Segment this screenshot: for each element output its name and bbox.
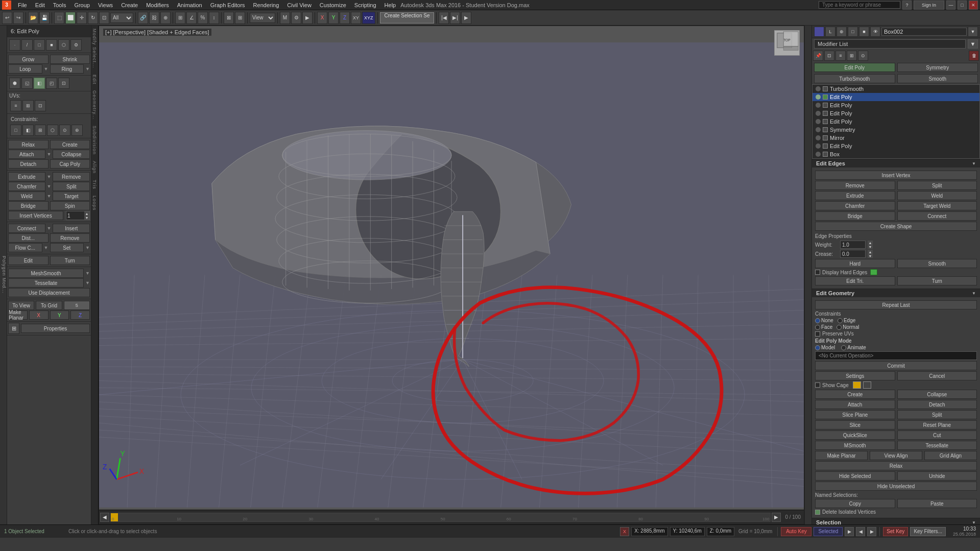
unlink-button[interactable]: ⛓	[149, 12, 159, 24]
tessellate-expand[interactable]: ▼	[85, 280, 90, 285]
object-color-icon[interactable]	[814, 27, 824, 37]
view-select[interactable]: View	[250, 13, 275, 23]
face-radio-btn[interactable]	[815, 325, 820, 330]
bind-button[interactable]: ⊕	[160, 12, 171, 24]
to-grid-button[interactable]: To Grid	[36, 301, 62, 310]
collapse-button[interactable]: Collapse	[53, 150, 90, 159]
render-setup[interactable]: ⚙	[291, 12, 301, 24]
shrink-button[interactable]: Shrink	[50, 55, 90, 64]
chamfer-button[interactable]: Chamfer	[8, 182, 45, 191]
save-button[interactable]: 💾	[39, 12, 50, 24]
xyz-y-btn[interactable]: Y	[50, 310, 69, 320]
rp-extrude-button[interactable]: Extrude	[815, 191, 895, 200]
target-button[interactable]: Target	[53, 191, 90, 201]
set-expand[interactable]: ▼	[85, 245, 90, 250]
insert-vertices-button[interactable]: Insert Vertices	[8, 211, 63, 220]
rp-bridge-button[interactable]: Bridge	[815, 211, 895, 221]
selection-header[interactable]: Selection ▼	[812, 518, 980, 524]
menu-modifiers[interactable]: Modifiers	[142, 2, 173, 9]
set-button[interactable]: Set	[50, 243, 84, 252]
attach-button[interactable]: Attach	[8, 150, 45, 159]
edit-tri-button[interactable]: Edit Tri.	[815, 276, 895, 285]
c2-icon[interactable]: ◧	[22, 125, 34, 136]
to-grid-5[interactable]: 5	[64, 301, 90, 310]
relax-button[interactable]: Relax	[8, 140, 49, 149]
create-selection-button[interactable]: Create Selection Se	[380, 12, 435, 23]
rp-turn-button[interactable]: Turn	[897, 276, 977, 285]
hard-edges-color-swatch[interactable]	[870, 269, 877, 275]
smooth-button[interactable]: Smooth	[897, 74, 978, 83]
ring-button[interactable]: Ring	[50, 64, 84, 74]
delete-modifier-icon[interactable]: 🗑	[969, 51, 979, 61]
object-expand-icon[interactable]: ▼	[968, 27, 978, 37]
preserve-uvs-checkbox[interactable]	[815, 331, 820, 337]
menu-help[interactable]: Help	[381, 2, 400, 9]
insert-vertex-button[interactable]: Insert Vertex	[815, 171, 977, 180]
viewport-cube-display[interactable]: TOP	[774, 30, 800, 56]
modifier-list-expand[interactable]: ▼	[968, 39, 978, 49]
subdivision-strip[interactable]: Subdivision	[91, 123, 98, 158]
none-radio[interactable]: None	[815, 318, 833, 323]
rp-target-weld-button[interactable]: Target Weld	[897, 201, 977, 210]
edit-poly-button[interactable]: Edit Poly	[814, 63, 895, 72]
object-props-icon[interactable]: ⊕	[836, 27, 847, 37]
rp-cancel-button[interactable]: Cancel	[897, 371, 977, 380]
mod-editpoly-active[interactable]: Edit Poly	[812, 93, 979, 101]
rp-split2-button[interactable]: Split	[897, 410, 977, 419]
create-button[interactable]: Create	[50, 140, 90, 149]
xyz-z[interactable]: Z	[340, 12, 350, 24]
spin-button[interactable]: Spin	[50, 201, 90, 210]
set-key-button[interactable]: Set Key	[883, 527, 908, 536]
dist-button[interactable]: Dist...	[8, 233, 49, 243]
viewport[interactable]: [+] [Perspective] [Shaded + Edged Faces]	[99, 26, 804, 524]
slice-button[interactable]: Slice	[815, 420, 895, 429]
rp-tessellate-button[interactable]: Tessellate	[897, 441, 977, 450]
reset-plane-button[interactable]: Reset Plane	[897, 420, 977, 429]
timeline-fwd-btn[interactable]: ▶	[772, 513, 781, 522]
turbosmooth-button[interactable]: TurboSmooth	[814, 74, 895, 83]
xyz-z-btn[interactable]: Z	[70, 310, 90, 320]
active-sel-icon[interactable]: ◧	[34, 78, 45, 89]
rp-relax-button[interactable]: Relax	[815, 461, 977, 470]
meshsmooth-expand[interactable]: ▼	[85, 271, 90, 276]
tris-strip[interactable]: Tris	[91, 177, 98, 193]
spinner-up[interactable]: ▲	[84, 211, 89, 215]
mod-editpoly-4[interactable]: Edit Poly	[812, 117, 979, 126]
undo-button[interactable]: ↩	[2, 12, 12, 24]
c3-icon[interactable]: ⊞	[35, 125, 46, 136]
loop-button[interactable]: Loop	[8, 64, 42, 74]
tessellate-button[interactable]: Tessellate	[8, 278, 84, 288]
help-icon[interactable]: ?	[902, 1, 912, 10]
show-cage-checkbox[interactable]	[815, 382, 820, 388]
percent-snap[interactable]: %	[198, 12, 208, 24]
chamfer-expand[interactable]: ▼	[47, 184, 52, 189]
signin-button[interactable]: Sign In	[914, 1, 944, 10]
menu-animation[interactable]: Animation	[174, 2, 206, 9]
menu-tools[interactable]: Tools	[50, 2, 70, 9]
prev-frame-btn[interactable]: ◀	[856, 527, 865, 536]
crease-down[interactable]: ▼	[868, 254, 873, 258]
mod-editpoly-3[interactable]: Edit Poly	[812, 109, 979, 117]
menu-scripting[interactable]: Scripting	[351, 2, 380, 9]
menu-rendering[interactable]: Rendering	[250, 2, 283, 9]
link-button[interactable]: 🔗	[138, 12, 148, 24]
mod-editpoly-2[interactable]: Edit Poly	[812, 101, 979, 109]
normal-radio[interactable]: Normal	[836, 324, 859, 330]
detach-button[interactable]: Detach	[8, 159, 49, 169]
hide-unselected-button[interactable]: Hide Unselected	[815, 482, 977, 491]
grid-align-button[interactable]: Grid Align	[924, 451, 977, 460]
menu-customize[interactable]: Customize	[316, 2, 350, 9]
xyz-icon[interactable]: XYZ	[362, 12, 375, 24]
paste-button[interactable]: Paste	[897, 499, 977, 508]
connect-button[interactable]: Connect	[8, 224, 45, 233]
c5-icon[interactable]: ⊙	[59, 125, 70, 136]
uv1-icon[interactable]: ≡	[10, 100, 21, 111]
grow2-icon[interactable]: ◰	[46, 78, 57, 89]
rp-remove-button[interactable]: Remove	[815, 181, 895, 190]
view-align-button[interactable]: View Align	[870, 451, 922, 460]
prev-key[interactable]: |◀	[439, 12, 449, 24]
copy-button[interactable]: Copy	[815, 499, 895, 508]
edge-radio-btn[interactable]	[838, 318, 843, 323]
menu-graph-editors[interactable]: Graph Editors	[207, 2, 249, 9]
properties-button[interactable]: Properties	[21, 324, 90, 333]
